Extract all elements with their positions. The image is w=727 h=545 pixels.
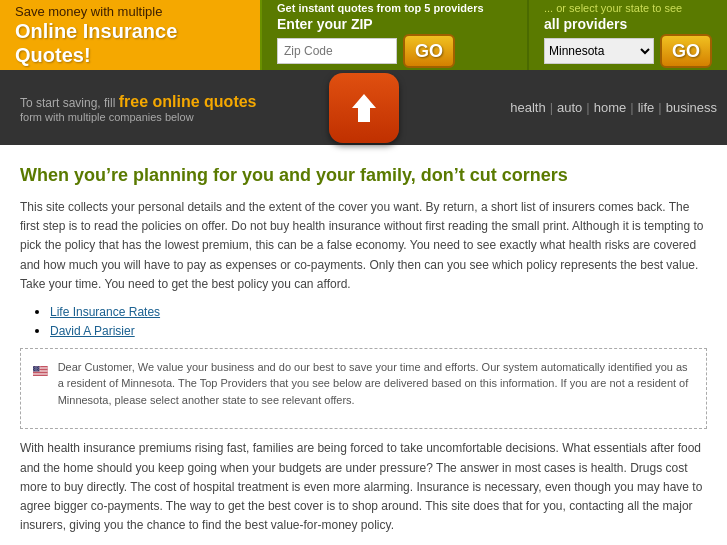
nav-sep-1: | <box>550 100 553 115</box>
header: Save money with multiple Online Insuranc… <box>0 0 727 70</box>
nav-link-auto[interactable]: auto <box>557 100 582 115</box>
get-quotes-label: Get instant quotes from top 5 providers <box>277 2 484 14</box>
nav-sep-4: | <box>658 100 661 115</box>
svg-rect-6 <box>33 373 48 374</box>
main-paragraph-1: This site collects your personal details… <box>20 198 707 294</box>
svg-rect-5 <box>33 371 48 372</box>
svg-marker-0 <box>352 94 376 122</box>
nav-links: health | auto | home | life | business <box>510 100 717 115</box>
enter-zip-label: Enter your ZIP <box>277 16 373 32</box>
info-box-text: Dear Customer, We value your business an… <box>58 359 694 409</box>
nav-link-home[interactable]: home <box>594 100 627 115</box>
parisier-link[interactable]: David A Parisier <box>50 324 135 338</box>
state-go-button[interactable]: GO <box>660 34 712 68</box>
us-flag-icon: ★ ★ ★ ★ ★ ★ ★ ★ ★ ★ ★ ★ ★ ★ ★ ★ ★ ★ ★ ★ … <box>33 359 48 383</box>
nav-link-life[interactable]: life <box>638 100 655 115</box>
zip-go-button[interactable]: GO <box>403 34 455 68</box>
svg-rect-7 <box>33 374 48 375</box>
main-links-list: Life Insurance Rates David A Parisier <box>50 304 707 338</box>
state-row: AlabamaAlaskaArizonaArkansasCaliforniaCo… <box>544 34 712 68</box>
nav-link-health[interactable]: health <box>510 100 545 115</box>
main-heading: When you’re planning for you and your fa… <box>20 165 707 186</box>
download-icon <box>342 86 386 130</box>
nav-bar: To start saving, fill free online quotes… <box>0 70 727 145</box>
header-middle: Get instant quotes from top 5 providers … <box>260 0 527 70</box>
to-start-text: To start saving, fill free online quotes <box>20 93 260 111</box>
zip-row: GO <box>277 34 455 68</box>
insurance-text: Online Insurance Quotes! <box>15 19 245 67</box>
zip-input[interactable] <box>277 38 397 64</box>
all-providers-label: all providers <box>544 16 627 32</box>
or-select-label: ... or select your state to see <box>544 2 682 14</box>
form-text: form with multiple companies below <box>20 111 260 123</box>
svg-text:★ ★ ★ ★ ★ ★: ★ ★ ★ ★ ★ ★ <box>33 370 40 371</box>
nav-left: To start saving, fill free online quotes… <box>10 85 270 131</box>
main-content: When you’re planning for you and your fa… <box>0 145 727 545</box>
life-insurance-link[interactable]: Life Insurance Rates <box>50 305 160 319</box>
state-select[interactable]: AlabamaAlaskaArizonaArkansasCaliforniaCo… <box>544 38 654 64</box>
header-left: Save money with multiple Online Insuranc… <box>0 0 260 70</box>
main-paragraph-2: With health insurance premiums rising fa… <box>20 439 707 535</box>
info-box: ★ ★ ★ ★ ★ ★ ★ ★ ★ ★ ★ ★ ★ ★ ★ ★ ★ ★ ★ ★ … <box>20 348 707 430</box>
list-item-1: Life Insurance Rates <box>50 304 707 319</box>
save-text: Save money with multiple <box>15 4 245 19</box>
nav-link-business[interactable]: business <box>666 100 717 115</box>
header-right: ... or select your state to see all prov… <box>527 0 727 70</box>
nav-icon <box>329 73 399 143</box>
nav-sep-3: | <box>630 100 633 115</box>
list-item-2: David A Parisier <box>50 323 707 338</box>
nav-sep-2: | <box>586 100 589 115</box>
nav-icon-bg <box>329 73 399 143</box>
